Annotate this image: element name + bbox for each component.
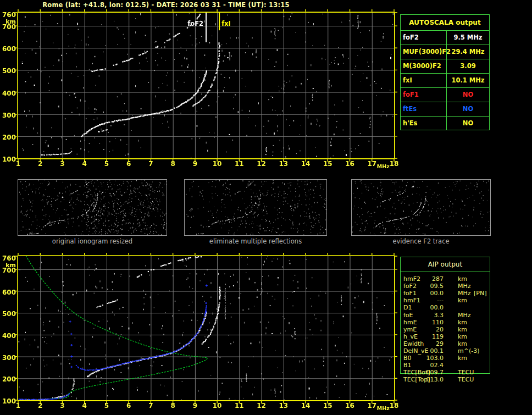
y-tick-label: 600 xyxy=(0,289,16,296)
param-note: [PN] xyxy=(474,290,486,297)
table-title: AIP output xyxy=(401,257,490,272)
param-value: NO xyxy=(447,117,489,130)
param-value: 29.4 MHz xyxy=(447,45,489,59)
param-value: --- xyxy=(413,297,444,304)
param-value: 9.5 MHz xyxy=(447,31,489,45)
y-tick-label: 500 xyxy=(0,311,16,317)
param-value: 29 xyxy=(413,340,444,347)
param-unit: km xyxy=(458,326,467,333)
param-unit: MHz xyxy=(458,290,471,297)
aip-row: ymE20km xyxy=(401,326,491,333)
param-label: B1 xyxy=(403,362,412,369)
x-tick-label: 1 xyxy=(12,402,25,409)
param-label: foF2 xyxy=(401,31,447,45)
autoscala-row: foF1NO xyxy=(401,88,489,102)
y-tick-label: 500 xyxy=(0,68,16,74)
page-title: Rome (lat: +41.8, lon: 012.5) - DATE: 20… xyxy=(0,1,332,9)
y-tick-label: 200 xyxy=(0,134,16,141)
aip-row: hmF2287km xyxy=(401,275,491,283)
param-value: NO xyxy=(447,88,489,102)
aip-row: B102.4 xyxy=(401,362,491,369)
x-tick-label: 16 xyxy=(343,161,357,167)
y-axis-unit-label: km xyxy=(0,262,16,269)
param-value: 00.0 xyxy=(413,304,444,311)
bottom-ionogram-canvas xyxy=(14,252,398,405)
x-tick-label: 12 xyxy=(255,402,268,409)
param-value: 287 xyxy=(413,275,444,283)
aip-row: foE3.3MHz xyxy=(401,312,491,319)
aip-row: hmF1---km xyxy=(401,297,491,304)
x-tick-label: 5 xyxy=(100,161,113,167)
aip-row: B0103.0km xyxy=(401,355,491,362)
x-tick-label: 10 xyxy=(210,161,224,167)
aip-output-table: AIP output hmF2287kmfoF209.5MHzfoF100.0M… xyxy=(400,257,490,374)
param-value: 10.1 MHz xyxy=(447,74,489,87)
param-unit: km xyxy=(458,355,467,362)
x-tick-label: 2 xyxy=(34,402,47,409)
x-tick-label: 4 xyxy=(78,161,91,167)
param-value: 00.1 xyxy=(413,347,444,355)
x-axis-unit-label: MHz xyxy=(377,163,390,170)
x-tick-label: 7 xyxy=(144,402,157,409)
param-label: fxI xyxy=(401,74,447,87)
param-label: M(3000)F2 xyxy=(401,59,447,73)
param-unit: TECU xyxy=(458,376,474,383)
aip-row: h_vE119km xyxy=(401,333,491,340)
fxi-marker-label: fxI xyxy=(221,20,231,27)
thumbnail-caption: eliminate multiple reflections xyxy=(185,237,326,245)
y-tick-label: 760 xyxy=(0,12,16,18)
autoscala-window: Rome (lat: +41.8, lon: 012.5) - DATE: 20… xyxy=(0,0,532,415)
x-tick-label: 15 xyxy=(321,402,334,409)
param-unit: TECU xyxy=(458,369,474,376)
aip-row: Ewidth29km xyxy=(401,340,491,347)
x-tick-label: 3 xyxy=(56,402,69,409)
x-tick-label: 11 xyxy=(232,402,246,409)
param-value: 02.4 xyxy=(413,362,444,369)
x-tick-label: 7 xyxy=(144,161,157,167)
x-tick-label: 10 xyxy=(210,402,224,409)
param-unit: km xyxy=(458,333,467,340)
table-title: AUTOSCALA output xyxy=(401,15,489,31)
autoscala-output-table: AUTOSCALA output foF29.5 MHzMUF(3000)F22… xyxy=(400,14,490,130)
y-tick-label: 600 xyxy=(0,46,16,52)
x-tick-label: 9 xyxy=(189,402,202,409)
param-unit: m^(-3) xyxy=(458,347,479,355)
thumbnail-evidence-f2-trace xyxy=(351,179,491,236)
x-tick-label: 15 xyxy=(321,161,334,167)
x-tick-label: 4 xyxy=(78,402,91,409)
x-tick-label: 9 xyxy=(189,161,202,167)
x-tick-label: 8 xyxy=(167,161,180,167)
x-tick-label: 14 xyxy=(299,402,312,409)
fof2-marker-label: foF2 xyxy=(171,20,203,27)
param-value: 110 xyxy=(413,319,444,326)
param-value: 09.5 xyxy=(413,283,444,290)
param-label: MUF(3000)F2 xyxy=(401,45,447,59)
x-tick-label: 3 xyxy=(56,161,69,167)
param-unit: MHz xyxy=(458,283,471,290)
x-tick-label: 14 xyxy=(299,161,312,167)
aip-row: foF209.5MHz xyxy=(401,283,491,290)
autoscala-row: M(3000)F23.09 xyxy=(401,59,489,74)
param-value: 00.0 xyxy=(413,290,444,297)
param-unit: MHz xyxy=(458,312,471,319)
autoscala-row: foF29.5 MHz xyxy=(401,31,489,45)
x-tick-label: 12 xyxy=(255,161,268,167)
aip-row: hmE110km xyxy=(401,319,491,326)
param-label: ftEs xyxy=(401,102,447,116)
aip-row: DelN_vE00.1m^(-3) xyxy=(401,347,491,355)
aip-row: D100.0 xyxy=(401,304,491,311)
autoscala-row: h'EsNO xyxy=(401,117,489,130)
param-value: 103.0 xyxy=(413,355,444,362)
y-tick-label: 760 xyxy=(0,255,16,262)
thumbnail-original-ionogram xyxy=(18,179,167,236)
x-tick-label: 2 xyxy=(34,161,47,167)
x-axis-unit-label: MHz xyxy=(377,405,390,412)
aip-row: TEC[Bot]009.7TECU xyxy=(401,369,491,376)
param-unit: km xyxy=(458,340,467,347)
x-tick-label: 8 xyxy=(167,402,180,409)
y-tick-label: 200 xyxy=(0,376,16,383)
param-value: 20 xyxy=(413,326,444,333)
y-tick-label: 400 xyxy=(0,333,16,339)
x-tick-label: 5 xyxy=(100,402,113,409)
x-tick-label: 11 xyxy=(232,161,246,167)
